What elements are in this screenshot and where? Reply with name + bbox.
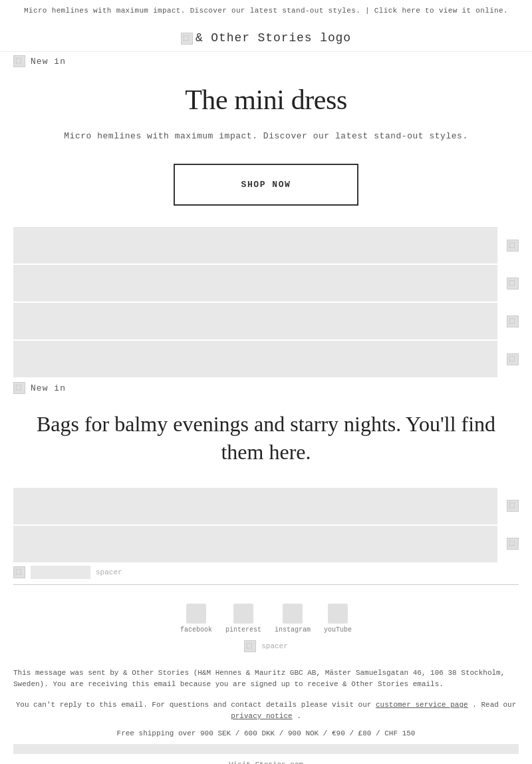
footer-message-text: This message was sent by & Other Stories… [13,669,505,689]
bottom-bar-image [13,744,519,754]
hero-title: The mini dress [40,84,492,116]
social-section: facebook pinterest instagram youTube spa… [0,590,532,662]
logo-image [181,33,193,45]
bags-row-2 [13,526,519,562]
footer-links: You can't reply to this email. For quest… [0,696,532,726]
product-image-3a [13,303,497,339]
product-image-4a [13,341,497,377]
spacer-img-1 [31,566,90,579]
bags-section: Bags for balmy evenings and starry night… [0,397,532,486]
new-in-image-2 [13,382,25,394]
product-row-2 [13,265,519,301]
new-in-label-1: New in [31,57,66,67]
product-image-3b [507,315,519,327]
product-image-1b [507,240,519,252]
spacer-label-2: spacer [261,642,288,650]
footer-message: This message was sent by & Other Stories… [0,662,532,696]
product-row-4 [13,341,519,377]
product-image-2a [13,265,497,301]
pinterest-icon-item[interactable]: pinterest [225,604,261,634]
instagram-icon-item[interactable]: instagram [275,604,311,634]
logo-section: & Other Stories logo [0,21,532,52]
youtube-icon-item[interactable]: youTube [324,604,352,634]
shipping-info: Free shipping over 900 SEK / 600 DKK / 9… [0,726,532,741]
privacy-end: . [297,712,301,720]
email-container: Micro hemlines with maximum impact. Disc… [0,0,532,764]
new-in-banner-1: New in [0,52,532,71]
top-bar: Micro hemlines with maximum impact. Disc… [0,0,532,21]
divider-1 [13,584,519,585]
shop-now-button[interactable]: SHOP NOW [174,164,359,206]
product-row-1 [13,227,519,264]
product-image-2b [507,278,519,289]
bags-image-1b [507,500,519,512]
new-in-label-2: New in [31,383,66,393]
hero-section: The mini dress Micro hemlines with maxim… [0,71,532,226]
shipping-text: Free shipping over 900 SEK / 600 DKK / 9… [117,729,416,737]
facebook-label: facebook [180,626,212,634]
visit-stories-link[interactable]: Visit Stories.com [229,761,303,764]
pinterest-label: pinterest [225,626,261,634]
youtube-icon[interactable] [328,604,348,624]
bags-image-2a [13,526,497,562]
bags-title: Bags for balmy evenings and starry night… [27,411,505,466]
spacer-label-1: spacer [96,568,122,576]
privacy-link[interactable]: privacy notice [231,712,292,720]
pinterest-icon[interactable] [233,604,253,624]
facebook-icon-item[interactable]: facebook [180,604,212,634]
customer-service-link[interactable]: customer service page [376,701,468,709]
read-note: . Read our [472,701,516,709]
spacer-after-social: spacer [27,640,505,652]
spacer-image-1 [13,566,25,578]
top-bar-text: Micro hemlines with maximum impact. Disc… [24,7,508,15]
spacer-image-2 [244,640,256,652]
hero-subtitle: Micro hemlines with maximum impact. Disc… [40,129,492,144]
product-row-3 [13,303,519,339]
reply-note: You can't reply to this email. For quest… [16,701,372,709]
bags-row-1 [13,488,519,524]
bags-image-2b [507,538,519,550]
product-image-1a [13,227,497,264]
youtube-label: youTube [324,626,352,634]
product-image-4b [507,353,519,365]
spacer-row-1: spacer [13,566,519,579]
bags-image-1a [13,488,497,524]
visit-link-section: Visit Stories.com [0,757,532,764]
new-in-banner-2: New in [0,379,532,397]
instagram-label: instagram [275,626,311,634]
instagram-icon[interactable] [283,604,303,624]
logo-text: & Other Stories logo [196,31,351,45]
facebook-icon[interactable] [186,604,206,624]
social-icons-row: facebook pinterest instagram youTube [13,604,519,634]
new-in-image-1 [13,55,25,67]
